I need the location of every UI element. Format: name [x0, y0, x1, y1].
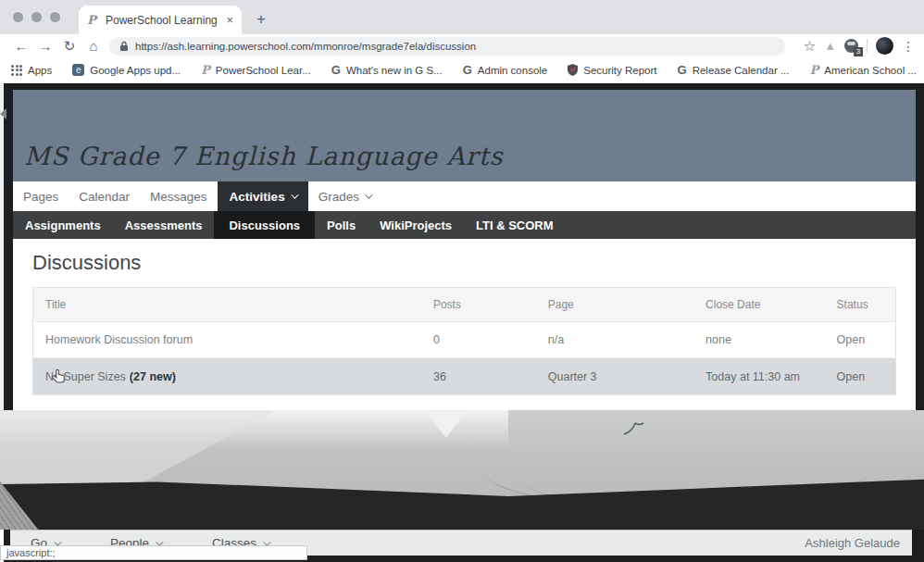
lock-icon: [119, 41, 129, 52]
tab-close-icon[interactable]: ×: [226, 13, 233, 27]
extension-badge-icon[interactable]: 3: [844, 39, 858, 53]
bookmarks-bar: Apps e Google Apps upd... P PowerSchool …: [0, 57, 924, 83]
security-shield-icon: [568, 64, 578, 76]
main-navigation: Pages Calendar Messages Activities Grade…: [13, 181, 916, 211]
browser-tab[interactable]: P PowerSchool Learning : MS Gr ×: [79, 6, 242, 34]
content-area: Discussions Title Posts Page Close Date …: [13, 239, 916, 410]
chevron-down-icon: [365, 191, 372, 198]
url-text: https://ash.learning.powerschool.com/mmo…: [135, 41, 476, 52]
column-header-close-date: Close Date: [693, 298, 825, 311]
subnav-item-polls[interactable]: Polls: [315, 211, 368, 239]
extension-badge-count: 3: [854, 47, 863, 56]
mouse-cursor-hand-icon: [51, 368, 68, 386]
table-row[interactable]: No Super Sizes(27 new) 36 Quarter 3 Toda…: [33, 358, 895, 394]
powerschool-favicon-icon: P: [87, 14, 99, 26]
reload-icon[interactable]: ↻: [57, 38, 81, 55]
bookmark-item[interactable]: Security Report: [568, 64, 656, 76]
blue-e-icon: e: [72, 64, 84, 76]
nav-item-calendar[interactable]: Calendar: [69, 181, 140, 211]
column-header-page: Page: [536, 298, 693, 311]
discussions-table: Title Posts Page Close Date Status Homew…: [32, 287, 896, 395]
page-value: Quarter 3: [536, 370, 693, 383]
apps-shortcut[interactable]: Apps: [11, 65, 52, 76]
bookmark-item[interactable]: G What's new in G S...: [331, 63, 443, 77]
open-book-background-image: [0, 410, 924, 530]
nav-item-activities[interactable]: Activities: [218, 181, 308, 211]
page-value: n/a: [536, 333, 693, 346]
close-date-value: Today at 11:30 am: [693, 370, 825, 383]
subnav-item-lti-scorm[interactable]: LTI & SCORM: [464, 211, 566, 239]
nav-item-messages[interactable]: Messages: [140, 181, 218, 211]
extension-icon[interactable]: ▲: [824, 39, 836, 53]
status-value: Open: [825, 333, 895, 346]
zoom-window-button[interactable]: [50, 12, 60, 22]
column-header-title: Title: [33, 298, 421, 311]
subnav-item-assignments[interactable]: Assignments: [13, 211, 113, 239]
browser-toolbar: ← → ↻ ⌂ https://ash.learning.powerschool…: [0, 34, 924, 57]
posts-count: 0: [421, 333, 536, 346]
pen-squiggle: [622, 419, 646, 436]
google-g-icon: G: [331, 63, 341, 77]
bookmark-star-icon[interactable]: ☆: [804, 38, 816, 55]
minimize-window-button[interactable]: [31, 12, 42, 22]
address-bar[interactable]: https://ash.learning.powerschool.com/mmo…: [109, 37, 785, 56]
profile-avatar[interactable]: [876, 37, 893, 55]
table-row[interactable]: Homework Discussion forum 0 n/a none Ope…: [33, 322, 895, 358]
discussion-title-link[interactable]: No Super Sizes(27 new): [33, 370, 421, 383]
google-g-icon: G: [463, 63, 472, 77]
subnav-item-wikiprojects[interactable]: WikiProjects: [368, 211, 464, 239]
powerschool-icon: P: [810, 63, 819, 77]
new-posts-badge: (27 new): [130, 370, 176, 383]
course-banner: MS Grade 7 English Language Arts: [13, 90, 916, 181]
subnav-item-assessments[interactable]: Assessments: [113, 211, 215, 239]
apps-grid-icon: [11, 65, 22, 76]
close-date-value: none: [693, 333, 825, 346]
column-header-posts: Posts: [421, 298, 536, 311]
logged-in-user-name[interactable]: Ashleigh Gelaude: [805, 536, 900, 550]
home-icon[interactable]: ⌂: [81, 38, 106, 54]
bookmark-item[interactable]: P PowerSchool Lear...: [201, 63, 311, 77]
subnav-item-discussions[interactable]: Discussions: [214, 211, 315, 239]
status-value: Open: [825, 370, 895, 383]
chrome-menu-icon[interactable]: ⋮: [902, 39, 915, 54]
toolbar-divider: [867, 39, 868, 53]
forward-icon[interactable]: →: [33, 38, 57, 54]
browser-tab-bar: P PowerSchool Learning : MS Gr × +: [0, 0, 924, 34]
table-header-row: Title Posts Page Close Date Status: [33, 288, 895, 322]
bookmark-item[interactable]: G Release Calendar ...: [678, 63, 790, 77]
tab-title: PowerSchool Learning : MS Gr: [106, 14, 219, 27]
bookmark-item[interactable]: G Admin console: [463, 63, 548, 77]
activities-sub-navigation: Assignments Assessments Discussions Poll…: [13, 211, 916, 239]
nav-item-pages[interactable]: Pages: [13, 181, 69, 211]
status-bar-link-tooltip: javascript:;: [0, 545, 307, 560]
back-icon[interactable]: ←: [9, 38, 33, 54]
powerschool-icon: P: [201, 63, 210, 77]
page-title: Discussions: [32, 251, 916, 275]
google-g-icon: G: [678, 63, 687, 77]
course-title: MS Grade 7 English Language Arts: [24, 142, 504, 170]
posts-count: 36: [421, 370, 536, 383]
bookmark-item[interactable]: P American School ...: [810, 63, 918, 77]
window-controls[interactable]: [13, 12, 60, 22]
column-header-status: Status: [825, 298, 895, 311]
collapse-arrow-icon[interactable]: [0, 108, 6, 119]
new-tab-button[interactable]: +: [250, 8, 272, 31]
close-window-button[interactable]: [13, 12, 23, 22]
chevron-down-icon: [291, 191, 298, 198]
nav-item-grades[interactable]: Grades: [308, 181, 381, 211]
discussion-title-link[interactable]: Homework Discussion forum: [33, 333, 421, 346]
bookmark-item[interactable]: e Google Apps upd...: [72, 64, 181, 76]
window-edge: [0, 83, 4, 410]
